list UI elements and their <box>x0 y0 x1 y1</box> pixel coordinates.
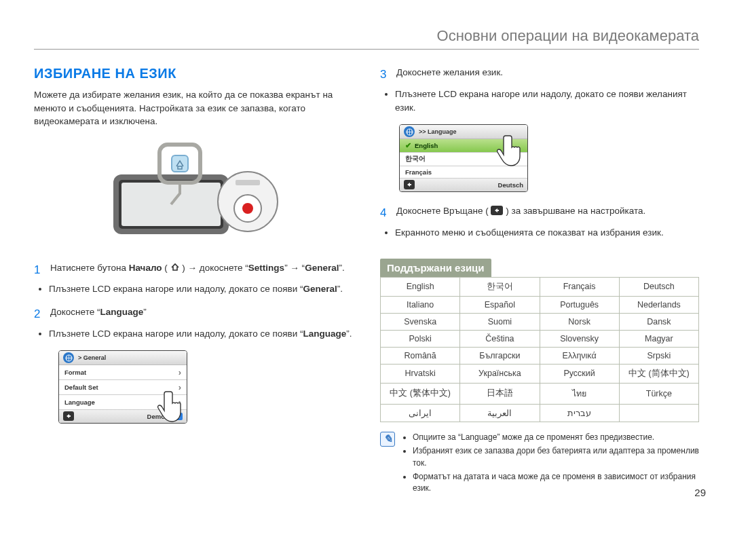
svg-point-5 <box>242 203 253 214</box>
globe-icon <box>63 352 74 363</box>
back-icon[interactable] <box>404 180 415 189</box>
step-2-text: Докоснете “Language” <box>50 307 147 317</box>
notes-block: ✎ Опциите за “Language” може да се проме… <box>380 432 699 497</box>
language-cell: Ελληνικά <box>540 347 619 364</box>
language-cell: 中文 (简体中文) <box>619 364 698 383</box>
language-cell: Svenska <box>381 313 460 330</box>
note-item: Форматът на датата и часа може да се про… <box>413 471 699 495</box>
language-cell: Español <box>460 296 540 313</box>
step-4-text: Докоснете Връщане ( ) за завършване на н… <box>396 206 645 216</box>
language-cell: Български <box>460 347 540 364</box>
language-cell: Türkçe <box>619 383 698 404</box>
hand-pointer-icon <box>491 130 528 171</box>
note-icon: ✎ <box>380 432 395 447</box>
step-number: 2 <box>34 305 43 323</box>
language-cell: Čeština <box>460 330 540 347</box>
step-number: 4 <box>380 204 390 222</box>
language-cell: Dansk <box>619 313 698 330</box>
language-cell: Norsk <box>540 313 619 330</box>
language-cell: English <box>381 277 460 296</box>
language-cell: Українська <box>460 364 540 383</box>
step-2: 2 Докоснете “Language” <box>34 305 353 323</box>
intro-paragraph: Можете да избирате желания език, на койт… <box>34 88 353 128</box>
language-cell: 한국어 <box>460 277 540 296</box>
chapter-title: Основни операции на видеокамерата <box>34 27 699 50</box>
screen-header-text: >> Language <box>419 128 457 135</box>
check-icon: ✔ <box>405 141 411 150</box>
page-number: 29 <box>694 487 706 498</box>
step-number: 3 <box>380 66 390 83</box>
language-cell: العربیة <box>460 404 540 422</box>
lcd-screen-language: >> Language ✔English 한국어 Français Deutsc… <box>399 124 528 192</box>
lcd-screen-general: > General Format› Default Set› Language›… <box>58 350 187 424</box>
step-1-text: Натиснете бутона Начало ( ) → докоснете … <box>50 263 345 273</box>
step-4-bullet: Екранното меню и съобщенията се показват… <box>395 226 699 240</box>
step-3-bullet: Плъзнете LCD екрана нагоре или надолу, д… <box>395 88 699 115</box>
screen-row[interactable]: Format› <box>59 365 187 380</box>
step-1-bullet: Плъзнете LCD екрана нагоре или надолу, д… <box>49 282 353 296</box>
language-cell: Polski <box>381 330 460 347</box>
note-item: Избраният език се запазва дори без батер… <box>413 445 699 469</box>
camcorder-illustration <box>34 141 353 242</box>
step-2-bullet: Плъзнете LCD екрана нагоре или надолу, д… <box>49 327 353 341</box>
supported-languages-heading: Поддържани езици <box>380 259 491 277</box>
language-cell: עברית <box>540 404 619 422</box>
language-cell: Slovensky <box>540 330 619 347</box>
section-title: ИЗБИРАНЕ НА ЕЗИК <box>34 66 353 81</box>
language-cell: Français <box>540 277 619 296</box>
chevron-right-icon: › <box>178 367 181 377</box>
home-icon <box>170 263 180 272</box>
language-cell: 日本語 <box>460 383 540 404</box>
language-cell: Hrvatski <box>381 364 460 383</box>
note-item: Опциите за “Language” може да се променя… <box>413 432 699 443</box>
hand-pointer-icon <box>151 386 187 424</box>
back-icon[interactable] <box>63 411 74 421</box>
language-cell: Română <box>381 347 460 364</box>
language-grid: English한국어FrançaisDeutschItalianoEspañol… <box>380 277 699 422</box>
step-3: 3 Докоснете желания език. <box>380 66 699 83</box>
step-4: 4 Докоснете Връщане ( ) за завършване на… <box>380 204 699 222</box>
language-cell: ایرانی <box>381 404 460 422</box>
language-cell: Italiano <box>381 296 460 313</box>
step-3-text: Докоснете желания език. <box>396 67 503 77</box>
language-cell: Magyar <box>619 330 698 347</box>
language-cell: 中文 (繁体中文) <box>381 383 460 404</box>
language-cell: Suomi <box>460 313 540 330</box>
return-icon <box>491 206 503 215</box>
globe-icon <box>404 126 415 137</box>
screen-header-text: > General <box>78 354 106 361</box>
step-1: 1 Натиснете бутона Начало ( ) → докоснет… <box>34 261 353 279</box>
language-cell: Nederlands <box>619 296 698 313</box>
language-cell <box>619 404 698 422</box>
step-number: 1 <box>34 261 43 279</box>
language-cell: Deutsch <box>619 277 698 296</box>
svg-rect-6 <box>236 180 260 185</box>
language-cell: Srpski <box>619 347 698 364</box>
language-cell: Português <box>540 296 619 313</box>
language-cell: ไทย <box>540 383 619 404</box>
language-cell: Русский <box>540 364 619 383</box>
